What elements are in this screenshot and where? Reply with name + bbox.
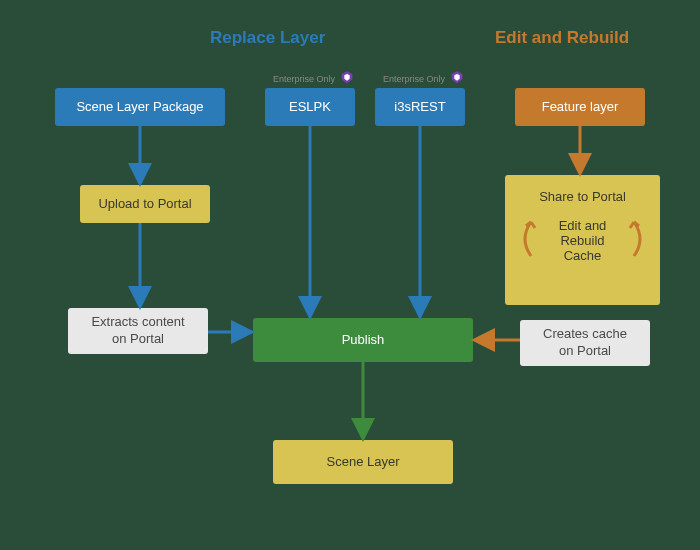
node-feature-layer: Feature layer [515, 88, 645, 126]
node-upload-to-portal: Upload to Portal [80, 185, 210, 223]
badge-enterprise-label: Enterprise Only [383, 74, 445, 84]
enterprise-icon [339, 70, 355, 88]
node-extracts-content: Extracts content on Portal [68, 308, 208, 354]
label-share-to-portal: Share to Portal [539, 189, 626, 204]
node-creates-cache: Creates cache on Portal [520, 320, 650, 366]
node-i3srest: i3sREST [375, 88, 465, 126]
node-scene-layer: Scene Layer [273, 440, 453, 484]
node-share-edit-rebuild: Share to Portal Edit and Rebuild Cache [505, 175, 660, 305]
badge-enterprise-i3srest: Enterprise Only [383, 70, 465, 88]
node-eslpk: ESLPK [265, 88, 355, 126]
label-edit-rebuild-cache: Edit and Rebuild Cache [543, 218, 622, 263]
refresh-arrow-right-icon [628, 218, 650, 263]
node-publish: Publish [253, 318, 473, 362]
refresh-arrow-left-icon [515, 218, 537, 263]
heading-edit-rebuild: Edit and Rebuild [495, 28, 629, 48]
enterprise-icon [449, 70, 465, 88]
badge-enterprise-eslpk: Enterprise Only [273, 70, 355, 88]
node-scene-layer-package: Scene Layer Package [55, 88, 225, 126]
badge-enterprise-label: Enterprise Only [273, 74, 335, 84]
heading-replace-layer: Replace Layer [210, 28, 325, 48]
